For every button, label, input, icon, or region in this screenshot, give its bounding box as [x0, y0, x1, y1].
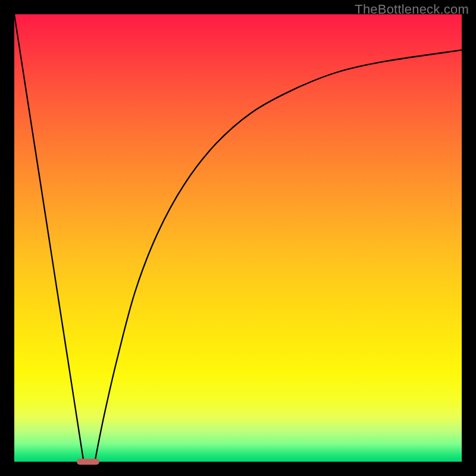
left-branch-line [14, 14, 84, 462]
right-branch-line [95, 50, 462, 462]
canvas: TheBottleneck.com [0, 0, 476, 476]
bottleneck-marker [77, 459, 99, 465]
curve-layer [14, 14, 462, 462]
plot-area [14, 14, 462, 462]
watermark-text: TheBottleneck.com [355, 2, 469, 17]
